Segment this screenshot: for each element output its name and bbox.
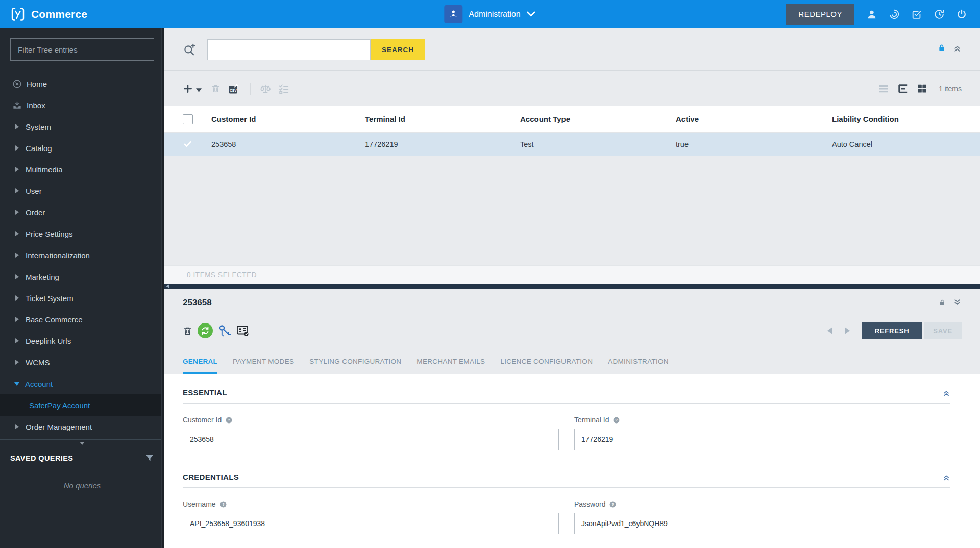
tab-licence-configuration[interactable]: LICENCE CONFIGURATION xyxy=(500,358,593,374)
perspective-selector[interactable]: Administration xyxy=(444,5,535,23)
tab-merchant-emails[interactable]: MERCHANT EMAILS xyxy=(416,358,485,374)
sidebar-item-base-commerce[interactable]: Base Commerce xyxy=(0,309,164,330)
sidebar-item-saferpay-account[interactable]: SaferPay Account xyxy=(0,394,164,416)
items-count: 1 items xyxy=(939,85,962,93)
saved-queries-panel: SAVED QUERIES No queries xyxy=(0,446,164,490)
lock-open-icon[interactable] xyxy=(938,298,946,307)
field-label: Username xyxy=(183,500,216,508)
next-record-icon[interactable] xyxy=(844,327,850,334)
sidebar-item-catalog[interactable]: Catalog xyxy=(0,137,164,159)
column-header[interactable]: Liability Condition xyxy=(832,115,980,123)
tab-general[interactable]: GENERAL xyxy=(183,358,217,374)
sidebar-item-label: Catalog xyxy=(26,144,52,153)
expand-triangle-icon xyxy=(15,424,19,429)
sidebar-item-wcms[interactable]: WCMS xyxy=(0,352,164,373)
sidebar-item-multimedia[interactable]: Multimedia xyxy=(0,159,164,180)
sidebar-item-deeplink-urls[interactable]: Deeplink Urls xyxy=(0,330,164,352)
hybris-swirl-icon[interactable] xyxy=(883,3,905,26)
tree-view-icon[interactable] xyxy=(897,84,909,94)
sidebar-item-label: Marketing xyxy=(26,272,59,281)
sidebar-item-system[interactable]: System xyxy=(0,116,164,137)
add-dropdown-caret-icon[interactable] xyxy=(196,88,202,92)
redeploy-button[interactable]: REDEPLOY xyxy=(786,4,854,25)
save-button[interactable]: SAVE xyxy=(924,322,962,339)
section-collapse-up-icon[interactable] xyxy=(942,473,950,481)
section-essential: ESSENTIAL Customer Id ? xyxy=(183,388,950,450)
tab-payment-modes[interactable]: PAYMENT MODES xyxy=(233,358,294,374)
search-button[interactable]: SEARCH xyxy=(371,39,425,60)
refresh-button[interactable]: REFRESH xyxy=(862,322,923,339)
collapse-triangle-icon xyxy=(14,382,19,386)
sidebar-item-label: Ticket System xyxy=(26,294,74,303)
sidebar-item-ticket-system[interactable]: Ticket System xyxy=(0,287,164,309)
splitter-collapse-icon[interactable] xyxy=(166,284,169,288)
chevron-down-icon xyxy=(527,11,536,17)
collapse-panel-down-icon[interactable] xyxy=(953,298,962,307)
section-title: CREDENTIALS xyxy=(183,472,239,481)
sidebar-item-user[interactable]: User xyxy=(0,180,164,202)
help-icon[interactable]: ? xyxy=(609,501,617,508)
bulk-edit-checklist-icon[interactable] xyxy=(278,83,289,94)
svg-text:?: ? xyxy=(228,418,230,422)
sidebar-item-inbox[interactable]: Inbox xyxy=(0,94,164,116)
terminal-id-input[interactable] xyxy=(574,429,950,450)
grid-view-icon[interactable] xyxy=(917,83,927,94)
advanced-search-icon[interactable] xyxy=(183,43,196,57)
help-icon[interactable]: ? xyxy=(612,416,620,424)
field-username: Username ? xyxy=(183,500,559,534)
generate-credentials-keys-icon[interactable] xyxy=(218,324,231,337)
panel-splitter[interactable] xyxy=(164,284,980,289)
previous-record-icon[interactable] xyxy=(827,327,833,334)
sidebar-item-marketing[interactable]: Marketing xyxy=(0,266,164,287)
column-header[interactable]: Active xyxy=(676,115,832,123)
tasks-checkbox-icon[interactable] xyxy=(905,3,928,26)
column-header[interactable]: Customer Id xyxy=(211,115,365,123)
compare-scales-icon[interactable] xyxy=(260,83,271,94)
sidebar-item-internationalization[interactable]: Internationalization xyxy=(0,244,164,266)
scroll-down-icon xyxy=(80,442,85,445)
sidebar-item-account[interactable]: Account xyxy=(0,373,164,394)
export-csv-icon[interactable]: CSV xyxy=(228,83,240,95)
user-account-icon[interactable] xyxy=(861,3,883,26)
username-input[interactable] xyxy=(183,513,559,534)
tree-scroll-down-control[interactable] xyxy=(0,439,164,446)
power-logout-icon[interactable] xyxy=(950,3,973,26)
column-header[interactable]: Terminal Id xyxy=(365,115,520,123)
column-header[interactable]: Account Type xyxy=(520,115,676,123)
sidebar-item-order-management[interactable]: Order Management xyxy=(0,416,164,437)
delete-item-icon[interactable] xyxy=(211,84,220,93)
sidebar-item-label: SaferPay Account xyxy=(29,401,90,410)
svg-text:?: ? xyxy=(612,502,615,507)
help-icon[interactable]: ? xyxy=(219,501,227,508)
tab-administration[interactable]: ADMINISTRATION xyxy=(608,358,669,374)
sidebar-item-price-settings[interactable]: Price Settings xyxy=(0,223,164,244)
editor-form: ESSENTIAL Customer Id ? xyxy=(164,374,980,548)
sync-account-icon[interactable] xyxy=(198,323,213,338)
history-icon[interactable] xyxy=(928,3,950,26)
sidebar-item-home[interactable]: Home xyxy=(0,73,164,94)
licence-card-icon[interactable] xyxy=(236,325,250,337)
password-input[interactable] xyxy=(574,513,950,534)
section-collapse-up-icon[interactable] xyxy=(942,389,950,397)
sidebar-item-label: Account xyxy=(25,380,53,388)
filter-funnel-icon[interactable] xyxy=(145,454,154,463)
select-all-checkbox[interactable] xyxy=(183,114,193,124)
customer-id-input[interactable] xyxy=(183,429,559,450)
table-row[interactable]: 253658 17726219 Test true Auto Cancel xyxy=(164,133,980,156)
sidebar-item-order[interactable]: Order xyxy=(0,202,164,223)
add-item-icon[interactable] xyxy=(183,84,193,94)
help-icon[interactable]: ? xyxy=(225,416,233,424)
sidebar-item-label: Base Commerce xyxy=(26,315,83,324)
expand-triangle-icon xyxy=(15,253,19,258)
collection-browser-panel: SEARCH xyxy=(164,28,980,284)
no-queries-text: No queries xyxy=(10,481,154,490)
search-input[interactable] xyxy=(207,39,371,60)
list-view-icon[interactable] xyxy=(878,84,889,93)
filter-tree-input[interactable] xyxy=(10,38,154,61)
tab-styling-configuration[interactable]: STYLING CONFIGURATION xyxy=(309,358,401,374)
delete-account-icon[interactable] xyxy=(183,326,192,336)
collapse-panel-up-icon[interactable] xyxy=(953,44,962,53)
lock-icon[interactable] xyxy=(938,43,946,53)
navigation-sidebar: Home Inbox System Catalog Multimedia Use… xyxy=(0,28,164,548)
sidebar-item-label: User xyxy=(26,187,42,195)
